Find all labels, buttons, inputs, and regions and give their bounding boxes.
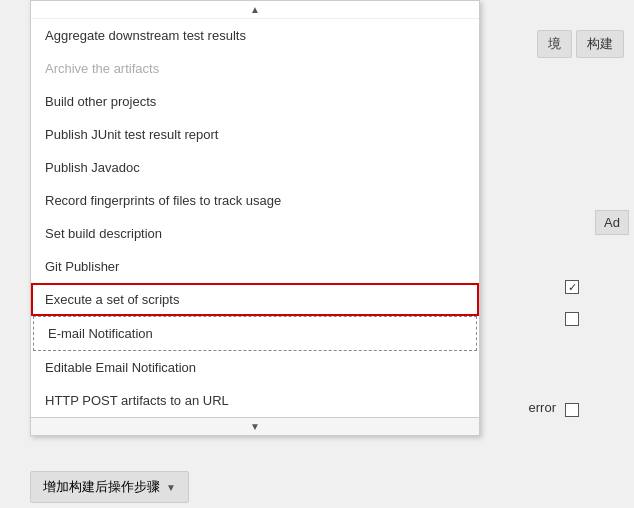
scroll-down-arrow[interactable]: ▼	[31, 417, 479, 435]
checkbox-error[interactable]	[565, 403, 579, 417]
menu-item-build-other[interactable]: Build other projects	[31, 85, 479, 118]
menu-item-set-build-desc[interactable]: Set build description	[31, 217, 479, 250]
header-bar: 境 构建	[537, 30, 634, 58]
menu-item-publish-javadoc[interactable]: Publish Javadoc	[31, 151, 479, 184]
menu-item-publish-junit[interactable]: Publish JUnit test result report	[31, 118, 479, 151]
scroll-up-arrow[interactable]: ▲	[31, 1, 479, 19]
menu-item-git-publisher[interactable]: Git Publisher	[31, 250, 479, 283]
menu-item-aggregate[interactable]: Aggregate downstream test results	[31, 19, 479, 52]
add-button[interactable]: Ad	[595, 210, 629, 235]
build-button[interactable]: 构建	[576, 30, 624, 58]
menu-item-record-fingerprints[interactable]: Record fingerprints of files to track us…	[31, 184, 479, 217]
page-container: 境 构建 Ad error ▲ Aggregate downstream tes…	[0, 0, 634, 508]
menu-item-email-notification[interactable]: E-mail Notification	[33, 316, 477, 351]
menu-item-editable-email[interactable]: Editable Email Notification	[31, 351, 479, 384]
checkbox-area	[565, 280, 579, 344]
checkbox-row-2	[565, 312, 579, 326]
checkbox-1[interactable]	[565, 280, 579, 294]
menu-item-execute-scripts[interactable]: Execute a set of scripts	[31, 283, 479, 316]
menu-item-archive: Archive the artifacts	[31, 52, 479, 85]
dropdown-menu: ▲ Aggregate downstream test results Arch…	[30, 0, 480, 436]
checkbox-row-1	[565, 280, 579, 294]
menu-item-http-post[interactable]: HTTP POST artifacts to an URL	[31, 384, 479, 417]
add-post-build-button[interactable]: 增加构建后操作步骤 ▼	[30, 471, 189, 503]
add-post-build-label: 增加构建后操作步骤	[43, 478, 160, 496]
env-button[interactable]: 境	[537, 30, 572, 58]
add-post-build-arrow: ▼	[166, 482, 176, 493]
error-label: error	[529, 400, 556, 415]
checkbox-2[interactable]	[565, 312, 579, 326]
